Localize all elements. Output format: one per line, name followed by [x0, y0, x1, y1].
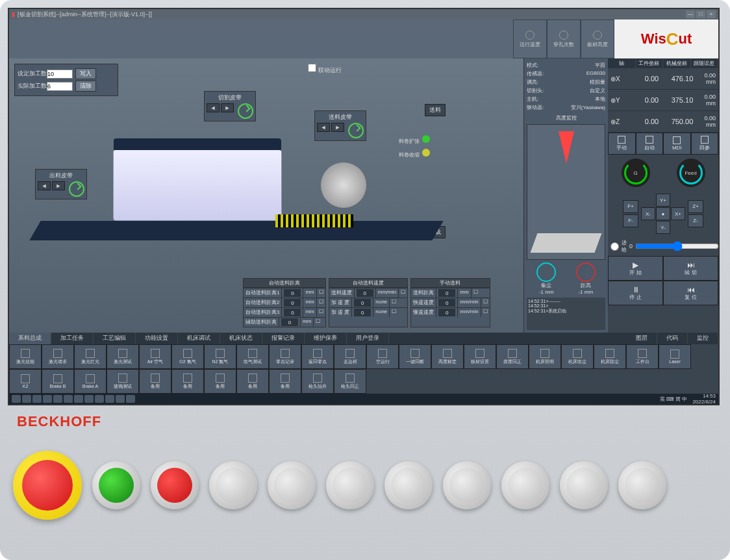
tool-button[interactable]: Brake B — [42, 369, 74, 394]
y-minus-button[interactable]: Y- — [656, 221, 670, 234]
tool-button[interactable]: K2 — [9, 369, 42, 394]
z-plus-button[interactable]: Z+ — [688, 200, 703, 213]
set-count-input[interactable] — [47, 70, 73, 79]
tab[interactable]: 用户登录 — [347, 333, 389, 344]
taskbar-icon[interactable] — [64, 395, 73, 403]
physical-start-button[interactable] — [92, 461, 140, 509]
close-button[interactable]: × — [707, 10, 716, 18]
clear-button[interactable]: 清除 — [75, 81, 96, 92]
x-minus-button[interactable]: X- — [641, 207, 655, 220]
linkage-checkbox[interactable] — [308, 64, 316, 72]
y-plus-button[interactable]: Y+ — [656, 194, 670, 207]
tool-button[interactable]: 玻璃测试 — [107, 369, 139, 394]
tool-button[interactable]: Brake A — [74, 369, 107, 394]
physical-button-11[interactable] — [618, 461, 666, 509]
param-input[interactable] — [438, 299, 455, 307]
tool-button[interactable]: 机床吹尘 — [561, 344, 594, 369]
param-input[interactable] — [284, 299, 301, 307]
tool-button[interactable]: 备用 — [204, 369, 236, 394]
override-slider[interactable] — [635, 241, 719, 251]
mode-button[interactable]: 自动 — [636, 133, 664, 155]
param-input[interactable] — [284, 309, 301, 316]
mode-button[interactable]: MDI — [663, 133, 691, 155]
param-input[interactable] — [354, 309, 371, 316]
taskbar-icon[interactable] — [74, 395, 83, 403]
tab[interactable]: 图层 — [627, 333, 657, 344]
tab[interactable]: 系料总成 — [9, 333, 51, 344]
tool-button[interactable]: 返回零点 — [301, 344, 334, 369]
param-input[interactable] — [438, 309, 455, 316]
tool-button[interactable]: 摆度回正 — [496, 344, 529, 369]
physical-button-5[interactable] — [268, 461, 316, 509]
tab[interactable]: 工艺编辑 — [94, 333, 136, 344]
tool-button[interactable]: 备用 — [171, 369, 204, 394]
tool-button[interactable]: 高度标定 — [431, 344, 464, 369]
g-dial[interactable]: G — [622, 159, 650, 187]
real-count-input[interactable] — [47, 82, 73, 91]
param-input[interactable] — [438, 289, 455, 297]
tool-button[interactable]: 板材设置 — [464, 344, 496, 369]
tab[interactable]: 代码 — [657, 333, 688, 344]
tool-button[interactable]: 枪头回正 — [334, 369, 366, 394]
taskbar-icon[interactable] — [22, 395, 31, 403]
taskbar-icon[interactable] — [12, 395, 21, 403]
cut-left-button[interactable]: ◄ — [207, 103, 220, 112]
feed-button[interactable]: 送料 — [425, 104, 446, 116]
tool-button[interactable]: O2 氧气 — [171, 344, 204, 369]
param-input[interactable] — [354, 299, 371, 307]
tab[interactable]: 维护保养 — [305, 333, 347, 344]
physical-button-8[interactable] — [443, 461, 491, 509]
param-input[interactable] — [281, 318, 298, 326]
mode-button[interactable]: 回参 — [691, 133, 719, 155]
tool-button[interactable]: 一键回断 — [399, 344, 431, 369]
physical-button-4[interactable] — [209, 461, 257, 509]
tab[interactable]: 功能设置 — [136, 333, 178, 344]
tab[interactable]: 机床调试 — [178, 333, 220, 344]
x-plus-button[interactable]: X+ — [671, 207, 685, 220]
feed-dial[interactable]: Feed — [677, 159, 705, 187]
minimize-button[interactable]: — — [686, 10, 695, 18]
taskbar-icon[interactable] — [32, 395, 42, 403]
tool-button[interactable]: 走边框 — [334, 344, 366, 369]
maximize-button[interactable]: □ — [696, 10, 705, 18]
tool-button[interactable]: 激光请求 — [42, 344, 74, 369]
z-minus-button[interactable]: Z- — [688, 214, 703, 227]
param-input[interactable] — [284, 289, 301, 297]
taskbar-icon[interactable] — [105, 395, 114, 403]
tool-button[interactable]: N2 氮气 — [204, 344, 236, 369]
cut-right-button[interactable]: ► — [221, 103, 234, 112]
param-input[interactable] — [357, 289, 373, 297]
tool-button[interactable]: 机床照明 — [529, 344, 561, 369]
tool-button[interactable]: 工作台 — [626, 344, 659, 369]
tool-button[interactable]: 枪头拍升 — [301, 369, 334, 394]
physical-button-10[interactable] — [560, 461, 608, 509]
tool-button[interactable]: 激光测试 — [107, 344, 139, 369]
tool-button[interactable]: 激光使能 — [9, 344, 42, 369]
tool-button[interactable]: Laser — [659, 344, 691, 369]
tool-button[interactable]: 备用 — [269, 369, 301, 394]
physical-button-7[interactable] — [384, 461, 433, 509]
tab[interactable]: 机床状态 — [220, 333, 262, 344]
physical-button-6[interactable] — [326, 461, 374, 509]
physical-button-9[interactable] — [501, 461, 549, 509]
write-button[interactable]: 写入 — [75, 68, 96, 79]
tab[interactable]: 报警记录 — [262, 333, 305, 344]
taskbar-icon[interactable] — [95, 395, 104, 403]
play-button[interactable]: ⏮复 位 — [663, 281, 718, 305]
play-button[interactable]: ▶开 始 — [608, 256, 663, 281]
taskbar-icon[interactable] — [116, 395, 125, 403]
taskbar-icon[interactable] — [53, 395, 62, 403]
jog-center-button[interactable]: ● — [656, 207, 670, 220]
taskbar-icon[interactable] — [43, 395, 52, 403]
tool-button[interactable]: 激光红光 — [74, 344, 107, 369]
tool-button[interactable]: 零点记录 — [269, 344, 301, 369]
physical-stop-button[interactable] — [151, 461, 199, 509]
override-radio[interactable] — [610, 242, 619, 251]
ime-status[interactable]: 英 ⌨ 简 中 — [660, 396, 688, 403]
play-button[interactable]: ⏭续 切 — [663, 256, 718, 281]
taskbar-icon[interactable] — [84, 395, 94, 403]
mode-button[interactable]: 手动 — [608, 133, 636, 155]
taskbar-icon[interactable] — [126, 395, 135, 403]
emergency-stop-button[interactable] — [13, 451, 82, 520]
play-button[interactable]: ⏸停 止 — [608, 281, 663, 305]
